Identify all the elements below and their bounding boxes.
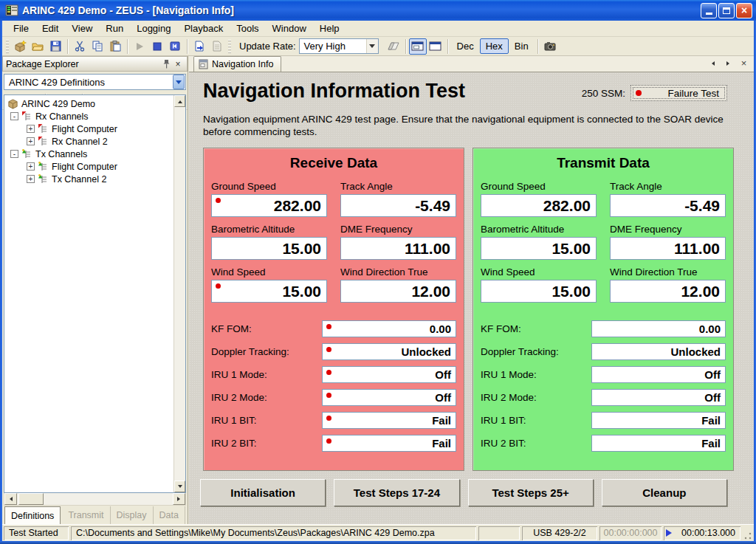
menu-edit[interactable]: Edit xyxy=(35,21,65,36)
scroll-down-button[interactable] xyxy=(174,481,185,492)
value-box[interactable]: Unlocked xyxy=(322,343,456,360)
menu-logging[interactable]: Logging xyxy=(130,21,177,36)
value-box[interactable]: Fail xyxy=(322,435,456,452)
value-box[interactable]: 282.00 xyxy=(211,194,327,217)
scroll-track[interactable] xyxy=(174,107,185,481)
value-box[interactable]: Fail xyxy=(322,412,456,429)
menu-run[interactable]: Run xyxy=(99,21,130,36)
import-button[interactable] xyxy=(208,38,226,55)
export-button[interactable] xyxy=(190,38,208,55)
expand-box[interactable]: + xyxy=(27,175,35,183)
close-panel-icon[interactable]: × xyxy=(172,58,184,69)
tab-data[interactable]: Data xyxy=(154,506,185,524)
list-view-button[interactable] xyxy=(427,38,444,55)
tree-item-rx-channels[interactable]: - Rx Channels xyxy=(7,110,173,123)
new-package-button[interactable] xyxy=(11,38,29,55)
close-document-button[interactable]: × xyxy=(738,58,749,69)
tab-definitions[interactable]: Definitions xyxy=(4,506,61,524)
value-box[interactable]: 0.00 xyxy=(591,320,726,337)
step-back-button[interactable] xyxy=(166,38,184,55)
paste-button[interactable] xyxy=(106,38,124,55)
test-steps-17-24-button[interactable]: Test Steps 17-24 xyxy=(334,479,459,506)
value-box[interactable]: 15.00 xyxy=(211,280,327,303)
play-button[interactable] xyxy=(131,38,148,55)
tree-vertical-scrollbar[interactable] xyxy=(173,95,185,492)
tree-item-tx-channels[interactable]: - Tx Channels xyxy=(7,148,173,160)
value-box[interactable]: Off xyxy=(322,389,456,406)
maximize-button[interactable] xyxy=(718,3,735,18)
copy-button[interactable] xyxy=(89,38,106,55)
tab-scroll-left-button[interactable] xyxy=(707,58,718,69)
chevron-down-icon[interactable] xyxy=(366,39,378,53)
tab-scroll-right-button[interactable] xyxy=(723,58,734,69)
resize-grip[interactable] xyxy=(743,526,752,540)
open-package-button[interactable] xyxy=(29,38,47,55)
scroll-left-button[interactable] xyxy=(4,493,17,505)
hex-format-button[interactable]: Hex xyxy=(480,38,509,54)
close-button[interactable]: × xyxy=(736,3,752,18)
value-box[interactable]: Unlocked xyxy=(591,343,726,360)
test-steps-25-button[interactable]: Test Steps 25+ xyxy=(468,479,594,506)
value-box[interactable]: -5.49 xyxy=(340,194,456,217)
value-box[interactable]: Fail xyxy=(591,412,726,429)
update-rate-select[interactable]: Very High xyxy=(299,38,379,54)
scroll-thumb[interactable] xyxy=(18,493,44,505)
menu-help[interactable]: Help xyxy=(313,21,346,36)
value-box[interactable]: 15.00 xyxy=(211,237,327,260)
value-box[interactable]: 0.00 xyxy=(322,320,456,337)
value-box[interactable]: 12.00 xyxy=(610,280,726,303)
initialisation-button[interactable]: Initialisation xyxy=(200,479,326,506)
cut-button[interactable] xyxy=(71,38,89,55)
toolbar-grip[interactable] xyxy=(228,40,231,53)
value-box[interactable]: Off xyxy=(591,389,726,406)
chevron-down-icon[interactable] xyxy=(173,75,185,89)
value-box[interactable]: 15.00 xyxy=(481,280,597,303)
value-box[interactable]: Off xyxy=(591,366,726,383)
menu-view[interactable]: View xyxy=(65,21,99,36)
value-box[interactable]: 15.00 xyxy=(481,237,597,260)
snapshot-button[interactable] xyxy=(541,38,559,55)
dec-format-button[interactable]: Dec xyxy=(451,38,480,54)
menu-tools[interactable]: Tools xyxy=(230,21,265,36)
bin-format-button[interactable]: Bin xyxy=(509,38,535,54)
tree-root[interactable]: ARINC 429 Demo xyxy=(7,97,173,110)
collapse-box[interactable]: - xyxy=(10,150,18,158)
collapse-box[interactable]: - xyxy=(10,112,18,120)
tab-navigation-info[interactable]: Navigation Info xyxy=(193,56,281,72)
expand-box[interactable]: + xyxy=(27,137,35,145)
tab-display[interactable]: Display xyxy=(111,506,154,524)
value-box[interactable]: 111.00 xyxy=(610,237,726,260)
tree-item-rx-channel-2[interactable]: + Rx Channel 2 xyxy=(7,135,173,148)
scroll-track[interactable] xyxy=(44,493,173,505)
pin-icon[interactable] xyxy=(160,58,172,69)
failure-test-button[interactable]: Failure Test xyxy=(630,85,727,101)
tree-item-tx-channel-2[interactable]: + Tx Channel 2 xyxy=(7,173,173,185)
tree-item-rx-flight-computer[interactable]: + Flight Computer xyxy=(7,123,173,135)
definitions-select[interactable]: ARINC 429 Definitions xyxy=(4,74,186,90)
form-view-button[interactable] xyxy=(409,38,427,55)
value-box[interactable]: 111.00 xyxy=(340,237,456,260)
tree-item-tx-flight-computer[interactable]: + Flight Computer xyxy=(7,160,173,173)
toolbar-grip[interactable] xyxy=(6,40,9,53)
minimize-button[interactable] xyxy=(701,3,717,18)
cleanup-button[interactable]: Cleanup xyxy=(602,479,727,506)
tree-horizontal-scrollbar[interactable] xyxy=(4,493,186,506)
save-button[interactable] xyxy=(47,38,64,55)
clear-button[interactable] xyxy=(385,38,402,55)
menu-playback[interactable]: Playback xyxy=(177,21,230,36)
stop-button[interactable] xyxy=(148,38,166,55)
value-box[interactable]: 282.00 xyxy=(481,194,597,217)
title-bar[interactable]: ARINC 429 Demo - ZEUS - [Navigation Info… xyxy=(0,0,756,21)
value-box[interactable]: -5.49 xyxy=(610,194,726,217)
scroll-right-button[interactable] xyxy=(173,493,185,505)
expand-box[interactable]: + xyxy=(27,162,35,171)
expand-box[interactable]: + xyxy=(27,125,35,133)
menu-file[interactable]: File xyxy=(7,21,35,36)
scroll-up-button[interactable] xyxy=(174,95,185,107)
menu-window[interactable]: Window xyxy=(266,21,313,36)
value-box[interactable]: Fail xyxy=(591,435,726,452)
tab-transmit[interactable]: Transmit xyxy=(62,506,110,524)
package-explorer-header[interactable]: Package Explorer × xyxy=(2,56,188,72)
value-box[interactable]: 12.00 xyxy=(340,280,456,303)
value-box[interactable]: Off xyxy=(322,366,456,383)
